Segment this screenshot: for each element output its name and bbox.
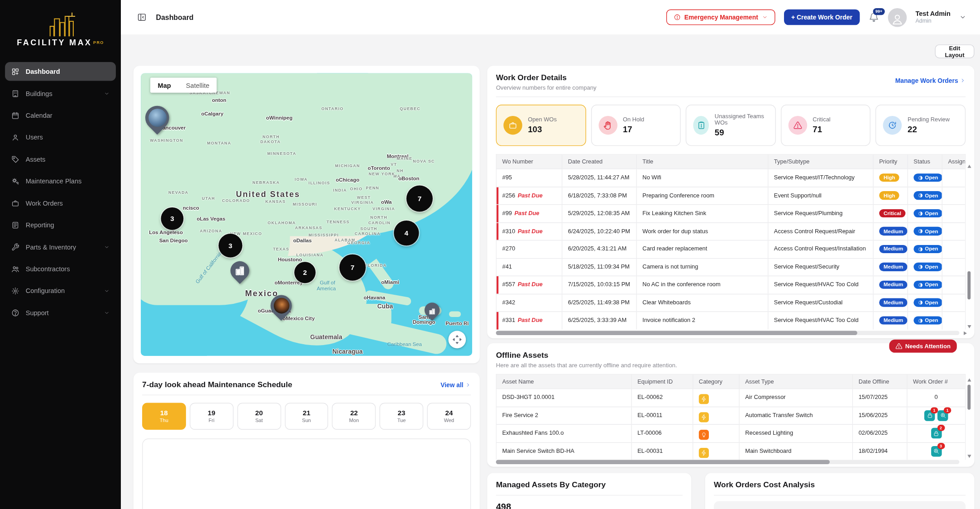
col-asset-name[interactable]: Asset Name [497, 375, 632, 388]
work-order-lock-button[interactable]: 1 [924, 410, 935, 421]
sidebar-item-support[interactable]: Support [5, 303, 116, 322]
schedule-day-20[interactable]: 20Sat [237, 403, 281, 430]
offline-asset-row-fire-service-2[interactable]: Fire Service 2EL-00011Automatic Transfer… [497, 406, 965, 424]
work-order-row-95[interactable]: #955/28/2025, 11:44:27 AMNo WifiService … [497, 168, 965, 186]
work-order-search-button[interactable]: 1 [937, 410, 948, 421]
col-type-subtype[interactable]: Type/Subtype [768, 155, 873, 168]
work-order-row-256[interactable]: #256Past Due6/18/2025, 7:33:08 PMPrepari… [497, 187, 965, 204]
scroll-right-arrow[interactable] [964, 331, 967, 335]
map-canvas[interactable]: Map Satellite SASKATCHEWANONTARIOQUEBECo… [141, 73, 472, 356]
wo-vertical-scrollbar[interactable] [966, 165, 972, 328]
schedule-day-18[interactable]: 18Thu [142, 403, 186, 430]
sidebar-item-subcontractors[interactable]: Subcontractors [5, 259, 116, 279]
scroll-down-arrow[interactable] [967, 325, 971, 328]
map-pan-control[interactable] [449, 331, 466, 348]
col-status[interactable]: Status [908, 155, 942, 168]
col-wo-number[interactable]: Wo Number [497, 155, 562, 168]
scroll-up-arrow[interactable] [967, 379, 971, 382]
map-cluster-marker[interactable]: 7 [406, 185, 433, 211]
tab-map[interactable]: Map [150, 78, 178, 93]
sidebar-item-dashboard[interactable]: Dashboard [5, 62, 116, 81]
edit-layout-button[interactable]: Edit Layout [935, 44, 974, 58]
status-badge: Open [913, 191, 942, 199]
scroll-up-arrow[interactable] [967, 165, 971, 168]
stat-card-on-hold[interactable]: On Hold17 [591, 105, 681, 146]
sidebar-item-work-orders[interactable]: Work Orders [5, 193, 116, 212]
scroll-down-arrow[interactable] [967, 455, 971, 458]
map-cluster-marker[interactable]: 3 [219, 234, 243, 258]
schedule-view-all-link[interactable]: View all [440, 381, 471, 388]
sidebar-item-parts-inventory[interactable]: Parts & Inventory [5, 237, 116, 256]
map-pin-building[interactable] [230, 261, 249, 280]
map-cluster-marker[interactable]: 7 [339, 254, 366, 281]
wo-horizontal-scrollbar[interactable] [496, 331, 960, 335]
tab-satellite[interactable]: Satellite [178, 78, 217, 93]
avatar[interactable] [888, 8, 907, 27]
sidebar-item-reporting[interactable]: Reporting [5, 216, 116, 235]
priority-badge: High [879, 191, 899, 199]
work-order-row-557[interactable]: #557Past Due7/15/2025, 10:03:15 PMNo AC … [497, 276, 965, 293]
sidebar-item-configuration[interactable]: Configuration [5, 281, 116, 300]
emergency-management-button[interactable]: Emergency Management [666, 10, 775, 25]
collapse-sidebar-icon[interactable] [137, 13, 147, 22]
schedule-day-22[interactable]: 22Mon [332, 403, 376, 430]
work-order-lock-button[interactable]: 2 [931, 428, 942, 439]
sidebar-item-maintenance-plans[interactable]: Maintenance Plans [5, 172, 116, 191]
work-order-row-310[interactable]: #310Past Due6/24/2025, 10:22:40 PMWork o… [497, 222, 965, 240]
stat-card-pending-review[interactable]: Pending Review22 [875, 105, 966, 146]
col-title[interactable]: Title [637, 155, 769, 168]
wo-hscroll-thumb[interactable] [496, 331, 857, 335]
offline-asset-row-main-service-switch-bd-ha[interactable]: Main Service Switch BD-HAEL-00031Main Sw… [497, 442, 965, 460]
work-order-row-270[interactable]: #2706/20/2025, 4:31:21 AMCard reader rep… [497, 240, 965, 258]
priority-badge: High [879, 173, 899, 182]
oa-vertical-scrollbar[interactable] [966, 379, 972, 458]
work-order-row-41[interactable]: #415/18/2025, 11:09:34 PMCamera is not t… [497, 258, 965, 275]
maintenance-icon [11, 177, 19, 185]
map-pin-building[interactable] [425, 303, 440, 317]
briefcase-icon [508, 121, 517, 130]
map-pin-photo-dark[interactable] [271, 295, 292, 317]
users-icon [11, 264, 19, 273]
manage-work-orders-link[interactable]: Manage Work Orders [895, 77, 966, 84]
sidebar-item-assets[interactable]: Assets [5, 150, 116, 169]
col-priority[interactable]: Priority [874, 155, 908, 168]
work-order-row-342[interactable]: #3426/25/2025, 11:49:38 PMClear Whiteboa… [497, 293, 965, 311]
schedule-day-21[interactable]: 21Sun [285, 403, 329, 430]
sidebar-item-buildings[interactable]: Buildings [5, 84, 116, 103]
cell-wo-number: #99Past Due [497, 205, 562, 222]
notifications-bell[interactable]: 99+ [869, 12, 880, 23]
map-cluster-marker[interactable]: 4 [394, 221, 419, 245]
wo-vscroll-thumb[interactable] [967, 271, 970, 299]
map-cluster-marker[interactable]: 3 [161, 207, 184, 230]
col-category[interactable]: Category [693, 375, 739, 388]
oa-horizontal-scrollbar[interactable] [496, 460, 960, 464]
map-pin-photo-blue[interactable] [145, 106, 169, 130]
schedule-day-23[interactable]: 23Tue [380, 403, 424, 430]
schedule-day-24[interactable]: 24Wed [427, 403, 471, 430]
work-order-search-button[interactable]: 3 [931, 446, 942, 456]
work-order-row-331[interactable]: #331Past Due6/25/2025, 3:33:39 AMInvoice… [497, 312, 965, 329]
stat-card-critical[interactable]: Critical71 [781, 105, 871, 146]
cell-date-created: 6/25/2025, 11:49:38 PM [562, 294, 637, 312]
col-work-order-num[interactable]: Work Order # [908, 375, 965, 388]
oa-vscroll-thumb[interactable] [967, 384, 970, 409]
offline-asset-row-exhaushted-fans-100-o[interactable]: Exhaushted Fans 100.oLT-00006Recessed Li… [497, 424, 965, 442]
col-assigned-to[interactable]: Assigned To [942, 155, 965, 168]
sidebar-item-users[interactable]: Users [5, 128, 116, 147]
create-work-order-button[interactable]: + Create Work Order [784, 10, 860, 25]
oa-hscroll-thumb[interactable] [496, 460, 830, 464]
schedule-day-19[interactable]: 19Fri [190, 403, 234, 430]
work-order-row-99[interactable]: #99Past Due5/29/2025, 12:08:35 AMFix Lea… [497, 204, 965, 222]
user-menu-chevron-icon[interactable] [959, 14, 966, 20]
stat-card-open-wos[interactable]: Open WOs103 [496, 105, 586, 146]
col-asset-type[interactable]: Asset Type [740, 375, 853, 388]
cell-status: Open [908, 169, 942, 187]
stat-card-unassigned-teams-wos[interactable]: Unassigned Teams WOs59 [686, 105, 776, 146]
offline-asset-row-dsd-3hgt-10-0001[interactable]: DSD-3HGT 10.0001EL-00062Air Compressor15… [497, 389, 965, 406]
sidebar-item-calendar[interactable]: Calendar [5, 106, 116, 125]
map-cluster-marker[interactable]: 2 [294, 262, 316, 283]
needs-attention-badge[interactable]: Needs Attention [889, 340, 957, 353]
col-date-offline[interactable]: Date Offline [853, 375, 907, 388]
col-equipment-id[interactable]: Equipment ID [632, 375, 693, 388]
col-date-created[interactable]: Date Created [562, 155, 637, 168]
